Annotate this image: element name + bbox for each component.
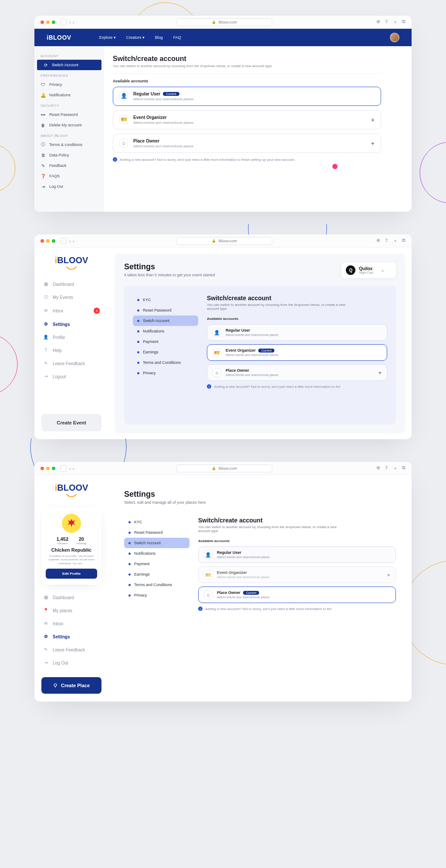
sidebar-item-delete-my-account[interactable]: 🗑Delete My account — [34, 120, 104, 130]
sidebar-item-privacy[interactable]: 🛡Privacy — [34, 79, 104, 90]
window-regular-user: ‹› 🔒ibloov.com ⊕⇧＋⧉ iBLOOV Explore ▾Crea… — [34, 16, 412, 212]
address-bar[interactable]: 🔒ibloov.com — [176, 18, 272, 26]
sidebar-item-faqs[interactable]: ❓FAQS — [34, 171, 104, 181]
sidebar-item-logout[interactable]: ⇥Logout — [41, 370, 101, 383]
sidebar-toggle-icon[interactable] — [61, 19, 67, 25]
sidebar-item-dashboard[interactable]: ▦Dashboard — [41, 591, 101, 604]
switcher-avatar: Q — [346, 265, 355, 275]
add-icon[interactable]: + — [371, 140, 375, 147]
add-icon[interactable]: + — [378, 370, 382, 376]
nav-faq[interactable]: FAQ — [173, 35, 181, 40]
subnav-payment[interactable]: Payment — [124, 559, 189, 569]
subnav-privacy[interactable]: Privacy — [124, 590, 189, 600]
create-event-button[interactable]: Create Event — [41, 414, 101, 431]
sidebar-item-log-out[interactable]: ⇥Log Out — [34, 181, 104, 192]
subnav-notifications[interactable]: Notifications — [124, 548, 189, 559]
sidebar-icon: 📍 — [43, 608, 48, 613]
sidebar-item-switch-account[interactable]: ⟳Switch Account — [37, 60, 101, 70]
sidebar-icon: 👤 — [43, 335, 48, 340]
browser-actions[interactable]: ⊕⇧＋⧉ — [376, 19, 405, 25]
sidebar-item-leave-feedback[interactable]: ✎Leave Feedback — [41, 643, 101, 656]
sidebar-icon: ⇥ — [43, 660, 48, 665]
subnav-notifications[interactable]: Notifications — [133, 326, 198, 336]
sidebar-item-leave-feedback[interactable]: ✎Leave Feedback — [41, 357, 101, 370]
brand-logo[interactable]: iBLOOV — [41, 255, 101, 265]
nav-creators[interactable]: Creators ▾ — [126, 35, 145, 40]
address-bar[interactable]: 🔒ibloov.com — [176, 465, 272, 472]
subnav-switch-account[interactable]: Switch Account — [124, 538, 189, 548]
sidebar-item-my-places[interactable]: 📍My places — [41, 604, 101, 617]
sidebar-icon: ≣ — [41, 153, 46, 158]
brand-logo[interactable]: iBLOOV — [41, 483, 101, 493]
account-option-regular-user[interactable]: 👤Regular UserCurrentAttend events and re… — [113, 87, 381, 106]
sidebar-item-settings[interactable]: ⚙Settings — [41, 630, 101, 643]
account-icon: 🎫 — [119, 115, 128, 124]
nav-explore[interactable]: Explore ▾ — [99, 35, 116, 40]
subnav-kyc[interactable]: KYC — [124, 517, 189, 527]
chevron-down-icon: ⌄ — [381, 268, 385, 272]
account-option-place-owner[interactable]: ⌂Place OwnerCurrentAttend events and res… — [198, 587, 396, 603]
info-icon: i — [113, 157, 117, 162]
subnav-reset-password[interactable]: Reset Password — [124, 527, 189, 538]
sidebar-item-settings[interactable]: ⚙Settings — [41, 318, 101, 331]
account-icon: ⌂ — [204, 590, 213, 599]
sidebar-item-profile[interactable]: 👤Profile — [41, 331, 101, 344]
account-option-place-owner[interactable]: ⌂Place OwnerAttend events and reserve/bo… — [207, 364, 387, 381]
account-option-event-organizer[interactable]: 🎫Event OrganizerCurrentAttend events and… — [207, 344, 387, 361]
account-switcher[interactable]: Q QuiloxNight Club ⌄ — [341, 262, 396, 278]
sidebar-item-dashboard[interactable]: ▦Dashboard — [41, 278, 101, 291]
profile-name: Chicken Republic — [46, 547, 97, 553]
subnav-privacy[interactable]: Privacy — [133, 368, 198, 378]
subnav-terms-and-conditions[interactable]: Terms and Conditions — [124, 580, 189, 590]
account-option-regular-user[interactable]: 👤Regular UserAttend events and reserve/b… — [207, 324, 387, 341]
sidebar-icon: ⇥ — [43, 374, 48, 379]
nav-arrows[interactable]: ‹› — [69, 20, 74, 25]
create-place-button[interactable]: Create Place — [41, 677, 101, 694]
page-subtitle: You can switch to another account by cho… — [113, 64, 381, 68]
info-hint: iAdding a new account? Not to worry, we'… — [198, 607, 396, 611]
app-sidebar: iBLOOV 1,452followers 20following Chicke… — [34, 475, 108, 702]
account-option-regular-user[interactable]: 👤Regular UserAttend events and reserve/b… — [198, 546, 396, 563]
sidebar-icon: 🛡 — [41, 82, 46, 87]
add-icon[interactable]: + — [387, 572, 390, 578]
address-bar[interactable]: 🔒ibloov.com — [176, 237, 272, 245]
sidebar-item-reset-password[interactable]: •••Reset Password — [34, 109, 104, 120]
settings-sidebar: ACCOUNT⟳Switch AccountPREFERENCES🛡Privac… — [34, 46, 104, 212]
sidebar-item-terms-conditions[interactable]: ⓘTerms & conditions — [34, 139, 104, 150]
page-title: Switch/create account — [113, 55, 381, 63]
sidebar-item-my-events[interactable]: ☷My Events — [41, 291, 101, 304]
sidebar-toggle-icon[interactable] — [61, 465, 67, 471]
sidebar-section-header: ABOUT IBLOOV — [34, 130, 104, 139]
subnav-terms-and-conditions[interactable]: Terms and Conditions — [133, 357, 198, 368]
svg-point-1 — [0, 144, 15, 192]
sidebar-item-feedback[interactable]: ✎Feedback — [34, 160, 104, 171]
page-subtitle: Select, edit and manage all of your plac… — [124, 500, 206, 505]
sidebar-item-help[interactable]: ?Help — [41, 344, 101, 357]
subnav-kyc[interactable]: KYC — [133, 295, 198, 305]
panel-subtitle: You can switch to another account by cho… — [198, 525, 338, 533]
sidebar-item-data-policy[interactable]: ≣Data Policy — [34, 150, 104, 160]
subnav-switch-account[interactable]: Switch Account — [133, 315, 198, 326]
nav-blog[interactable]: Blog — [155, 35, 163, 40]
sidebar-item-inbox[interactable]: ✉Inbox3 — [41, 304, 101, 318]
brand-logo[interactable]: iBLOOV — [47, 34, 71, 41]
sidebar-toggle-icon[interactable] — [61, 238, 67, 244]
sidebar-item-notifications[interactable]: 🔔Notifications — [34, 90, 104, 100]
account-option-place-owner[interactable]: ⌂Place OwnerAttend events and reserve/bo… — [113, 134, 381, 153]
account-option-event-organizer[interactable]: 🎫Event OrganizerAttend events and reserv… — [113, 110, 381, 129]
edit-profile-button[interactable]: Edit Profile — [46, 569, 97, 579]
subnav-earnings[interactable]: Earnings — [124, 569, 189, 580]
subnav-payment[interactable]: Payment — [133, 336, 198, 347]
sidebar-item-inbox[interactable]: ✉Inbox — [41, 617, 101, 630]
svg-point-6 — [54, 684, 57, 686]
subnav-reset-password[interactable]: Reset Password — [133, 305, 198, 315]
primary-nav: Explore ▾Creators ▾BlogFAQ — [99, 35, 181, 40]
add-icon[interactable]: + — [371, 116, 375, 123]
sidebar-icon: ❓ — [41, 173, 46, 179]
avatar[interactable] — [390, 33, 399, 42]
account-option-event-organizer[interactable]: 🎫Event OrganizerAttend events and reserv… — [198, 566, 396, 583]
sidebar-item-log-out[interactable]: ⇥Log Out — [41, 656, 101, 669]
subnav-earnings[interactable]: Earnings — [133, 347, 198, 357]
app-header: iBLOOV Explore ▾Creators ▾BlogFAQ — [34, 29, 412, 46]
section-label: Available accounts — [207, 317, 387, 321]
